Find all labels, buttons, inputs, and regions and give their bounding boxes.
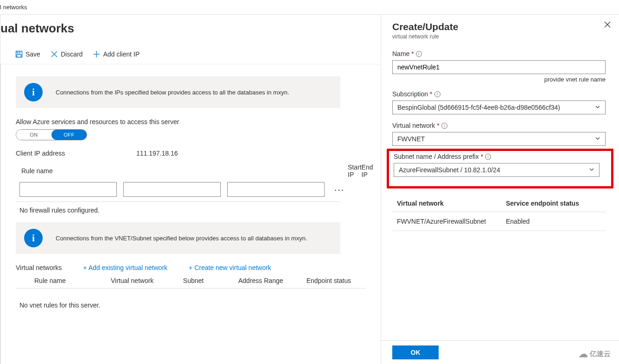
chevron-down-icon (595, 104, 600, 111)
svg-rect-2 (17, 54, 21, 57)
col-address-range: Address Range (238, 277, 306, 284)
col-endpoint-status: Endpoint status (306, 277, 366, 284)
vnet-info-banner: i Connections from the VNET/Subnet speci… (16, 222, 340, 254)
ok-button[interactable]: OK (392, 345, 439, 359)
name-label-text: Name (392, 50, 409, 57)
rule-name-input[interactable] (19, 182, 117, 197)
col-rule-name: Rule name (34, 277, 111, 284)
add-client-ip-button[interactable]: Add client IP (93, 50, 140, 58)
x-icon (51, 50, 58, 58)
create-update-panel: Create/Update virtual network rule Name … (381, 15, 619, 364)
close-icon (604, 21, 611, 28)
vnet-label-text: Virtual network (392, 122, 435, 129)
chevron-down-icon (595, 135, 600, 143)
row-vnet-value: FWVNET/AzureFirewallSubnet (397, 218, 506, 225)
vnet-info-text: Connections from the VNET/Subnet specifi… (56, 235, 307, 242)
row-status-value: Enabled (506, 218, 601, 225)
allow-azure-toggle[interactable]: ON OFF (16, 129, 87, 140)
add-client-ip-label: Add client IP (103, 50, 140, 58)
col-endpoint-status: Service endpoint status (506, 200, 601, 207)
info-icon[interactable]: i (434, 91, 440, 97)
save-label: Save (26, 50, 40, 58)
row-more-button[interactable]: ··· (331, 183, 348, 195)
start-ip-input[interactable] (123, 182, 221, 197)
ip-info-banner: i Connections from the IPs specified bel… (16, 76, 340, 108)
col-virtual-network: Virtual network (111, 277, 183, 284)
svg-rect-1 (17, 51, 20, 53)
col-start-ip: Start IP (348, 163, 362, 182)
subscription-field-label: Subscription * i (392, 90, 608, 98)
close-panel-button[interactable] (604, 21, 611, 29)
toggle-on: ON (16, 130, 51, 140)
save-icon (15, 50, 23, 58)
discard-label: Discard (61, 50, 83, 58)
client-ip-value: 111.197.18.16 (136, 150, 178, 157)
panel-title: Create/Update (392, 21, 608, 32)
col-virtual-network: Virtual network (397, 200, 506, 207)
client-ip-label: Client IP address (16, 150, 118, 157)
virtual-network-dropdown[interactable]: FWVNET (392, 132, 606, 146)
end-ip-input[interactable] (227, 182, 325, 197)
col-subnet: Subnet (183, 277, 238, 284)
subnet-field-label: Subnet name / Address prefix * i (394, 153, 606, 160)
panel-subtitle: virtual network rule (392, 33, 608, 40)
info-icon[interactable]: i (416, 51, 422, 57)
subnet-label-text: Subnet name / Address prefix (394, 153, 479, 160)
ip-info-text: Connections from the IPs specified below… (56, 89, 289, 96)
endpoint-table: Virtual network Service endpoint status … (392, 197, 606, 231)
discard-button[interactable]: Discard (51, 50, 83, 58)
virtual-networks-label: Virtual networks (16, 264, 62, 271)
toggle-off: OFF (51, 130, 87, 140)
allow-azure-label: Allow Azure services and resources to ac… (16, 118, 366, 126)
name-field-label: Name * i (392, 50, 608, 57)
main-content: ual networks Save Discard Add client IP … (0, 15, 381, 364)
subnet-value: AzureFirewallSubnet / 10.82.1.0/24 (399, 166, 500, 174)
subscription-dropdown[interactable]: BespinGlobal (5d666915-fc5f-4ee8-b26a-d9… (392, 100, 606, 114)
vnet-table-header: Rule name Virtual network Subnet Address… (16, 277, 366, 284)
vnet-field-label: Virtual network * i (392, 122, 608, 129)
info-icon: i (24, 229, 43, 247)
info-icon[interactable]: i (441, 123, 447, 129)
table-row: FWVNET/AzureFirewallSubnet Enabled (392, 212, 606, 231)
add-existing-vnet-link[interactable]: + Add existing virtual network (83, 264, 167, 271)
chevron-down-icon (589, 166, 594, 174)
vnet-value: FWVNET (397, 135, 425, 143)
subnet-dropdown[interactable]: AzureFirewallSubnet / 10.82.1.0/24 (394, 163, 600, 177)
breadcrumb: l networks (0, 0, 619, 15)
panel-footer: OK (381, 340, 619, 364)
plus-icon (93, 50, 100, 58)
breadcrumb-text: l networks (0, 4, 27, 11)
name-input[interactable] (392, 60, 606, 74)
page-title: ual networks (0, 15, 381, 44)
subscription-value: BespinGlobal (5d666915-fc5f-4ee8-b26a-d9… (397, 104, 560, 111)
subnet-highlight: Subnet name / Address prefix * i AzureFi… (387, 149, 613, 188)
col-rule-name: Rule name (16, 163, 348, 182)
info-icon: i (24, 83, 43, 101)
create-new-vnet-link[interactable]: + Create new virtual network (189, 264, 271, 271)
no-firewall-text: No firewall rules configured. (16, 207, 366, 222)
info-icon[interactable]: i (485, 154, 491, 160)
subscription-label-text: Subscription (392, 90, 428, 98)
name-hint: provide vnet rule name (392, 76, 606, 83)
no-vnet-text: No vnet rules for this server. (16, 293, 366, 317)
toolbar: Save Discard Add client IP (0, 44, 381, 64)
save-button[interactable]: Save (15, 50, 40, 58)
col-end-ip: End IP (362, 163, 373, 182)
